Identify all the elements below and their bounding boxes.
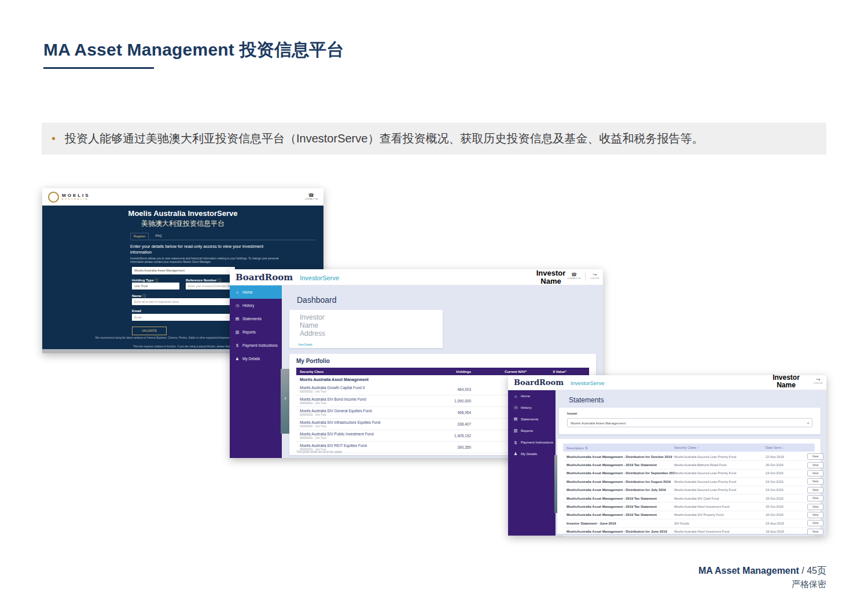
sidebar-item-reports[interactable]: ▥ Reports (508, 425, 556, 437)
table-row: MoelisAustralia Asset Management - 2019 … (563, 511, 815, 519)
table-row: MoelisAustralia Asset Management - 2019 … (563, 503, 815, 511)
footer-confidential: 严格保密 (698, 579, 826, 590)
email-input[interactable]: Email (132, 314, 235, 321)
key-point-text: 投资人能够通过美驰澳大利亚投资信息平台（InvestorServe）查看投资概况… (65, 123, 703, 155)
sort-icon: ↑ (697, 446, 699, 449)
statements-window: BoardRoom InvestorServe Investor Name ↪ … (508, 375, 826, 536)
portfolio-footnote: *Unit prices shown are as at last update (296, 450, 342, 453)
chevron-right-icon[interactable]: › (284, 395, 286, 401)
statements-table-card: Description ⇅ Security Class ↑ Date Sent… (557, 439, 821, 534)
payment-icon: $ (513, 441, 518, 445)
sidebar-item-history[interactable]: ◷ History (230, 299, 282, 312)
name-input[interactable]: Enter all or part of registered name (132, 298, 235, 305)
view-button[interactable]: View (807, 478, 823, 485)
sidebar-item-home[interactable]: ⌂ Home (508, 390, 556, 402)
sidebar-item-my-details[interactable]: ♟ My Details (230, 352, 282, 365)
holding-type-select[interactable]: Unit Trust (132, 283, 179, 289)
sort-icon: ⇅ (585, 446, 588, 450)
bullet-icon: • (52, 123, 56, 155)
sidebar-item-statements[interactable]: ▤ Statements (508, 413, 556, 425)
sidebar-item-payment-instructions[interactable]: $ Payment Instructions (508, 437, 556, 448)
key-point-banner: • 投资人能够通过美驰澳大利亚投资信息平台（InvestorServe）查看投资… (42, 123, 826, 155)
sidebar-item-my-details[interactable]: ♟ My Details (508, 448, 556, 460)
statements-sidebar: ⌂ Home ◷ History ▤ Statements ▥ Reports … (508, 390, 556, 536)
slide-footer: MA Asset Management / 45页 严格保密 (698, 565, 826, 590)
logout-icon: ↪ (593, 273, 597, 277)
view-button[interactable]: View (807, 487, 823, 493)
title-underline (43, 67, 154, 69)
person-icon: ♟ (513, 452, 518, 456)
issuer-select[interactable]: Moelis Australia Asset Management ▾ (567, 418, 812, 427)
info-icon: ⓘ (155, 278, 158, 282)
column-date-sent[interactable]: Date Sent ↓ (766, 446, 807, 449)
dashboard-sidebar: ⌂ Home ◷ History ▤ Statements ▥ Reports … (230, 285, 282, 458)
tab-register[interactable]: Register (130, 233, 149, 239)
home-icon: ⌂ (235, 290, 240, 294)
login-note-text: InvestorServe allows you to view stateme… (130, 257, 281, 264)
table-row: MoelisAustralia Asset Management - Distr… (563, 453, 815, 461)
tab-faq[interactable]: FAQ (152, 233, 164, 239)
table-row: MoelisAustralia Asset Management - Distr… (563, 528, 815, 536)
page-title: MA Asset Management 投资信息平台 (43, 38, 344, 62)
statements-heading: Statements (569, 396, 604, 404)
portfolio-table-header: Security Class Holdings Current NAV* $ V… (296, 368, 589, 375)
table-row: MoelisAustralia Asset Management - 2019 … (563, 461, 815, 469)
view-button[interactable]: View (807, 462, 823, 468)
view-button[interactable]: View (807, 529, 823, 535)
statements-rows: MoelisAustralia Asset Management - Distr… (563, 453, 815, 536)
contact-us-button[interactable]: ☎ CONTACT US (305, 193, 318, 201)
moelis-logo-text: MOELIS (62, 193, 90, 198)
investor-name-annotation: Investor Name (756, 374, 816, 389)
tab-divider (130, 240, 315, 240)
view-button[interactable]: View (807, 495, 823, 501)
logout-button[interactable]: ↪ LOG OUT (590, 273, 599, 280)
issuer-select[interactable]: Moelis Australia Asset Management (132, 267, 235, 274)
table-row: Investor Statement - June 2019 SIV Funds… (563, 519, 815, 527)
slide-canvas: { "slide": { "title": "MA Asset Manageme… (0, 0, 868, 601)
validate-button[interactable]: VALIDATE (132, 327, 167, 335)
sidebar-item-reports[interactable]: ▥ Reports (230, 325, 282, 339)
login-title-en: Moelis Australia InvestorServe (42, 209, 323, 218)
sidebar-item-payment-instructions[interactable]: $ Payment Instructions (230, 339, 282, 352)
sidebar-item-home[interactable]: ⌂ Home (230, 285, 282, 299)
statements-icon: ▤ (235, 317, 240, 321)
column-security-class[interactable]: Security Class ↑ (674, 446, 766, 449)
login-header: MOELIS AUSTRALIA ☎ CONTACT US (42, 188, 323, 206)
view-button[interactable]: View (807, 470, 823, 477)
carousel-image: › (281, 369, 290, 434)
view-button[interactable]: View (807, 520, 823, 526)
login-tabs: Register FAQ (130, 233, 165, 239)
history-icon: ◷ (235, 303, 240, 308)
view-button[interactable]: View (807, 512, 823, 518)
column-description[interactable]: Description ⇅ (563, 446, 674, 450)
boardroom-logo: BoardRoom (514, 378, 564, 387)
logout-button[interactable]: ↪ LOG OUT (814, 378, 823, 385)
logout-icon: ↪ (816, 378, 821, 382)
table-row: MoelisAustralia Asset Management - Distr… (563, 470, 815, 478)
investor-info-annotation: Investor Name Address (300, 313, 325, 338)
sidebar-item-statements[interactable]: ▤ Statements (230, 312, 282, 325)
header-divider (585, 272, 586, 281)
view-button[interactable]: View (807, 453, 823, 460)
investorserve-wordmark: InvestorServe (300, 274, 339, 281)
investorserve-wordmark: InvestorServe (571, 380, 605, 386)
view-details-link[interactable]: View Details (298, 343, 312, 346)
reports-icon: ▥ (235, 330, 240, 335)
issuer-label: Issuer (567, 412, 578, 415)
table-row: MoelisAustralia Asset Management - Distr… (563, 486, 815, 494)
reference-number-input[interactable]: Enter your Investor/Unitholder Number e.… (186, 283, 235, 289)
moelis-logo: MOELIS AUSTRALIA (48, 192, 90, 203)
investor-info-card: Investor Name Address View Details (289, 310, 443, 348)
statements-table-header: Description ⇅ Security Class ↑ Date Sent… (563, 444, 815, 452)
sidebar-item-history[interactable]: ◷ History (508, 402, 556, 413)
reports-icon: ▥ (513, 428, 518, 433)
payment-icon: $ (235, 343, 240, 347)
contact-us-button[interactable]: ☎ CONTACT US (568, 273, 580, 280)
table-row: MoelisAustralia Asset Management - Distr… (563, 478, 815, 486)
moelis-logo-icon (48, 192, 59, 203)
view-button[interactable]: View (807, 504, 823, 510)
history-icon: ◷ (513, 405, 518, 410)
sort-icon: ↓ (782, 446, 784, 449)
login-intro-text: Enter your details below for read-only a… (130, 244, 279, 255)
info-icon: ⓘ (218, 278, 221, 282)
